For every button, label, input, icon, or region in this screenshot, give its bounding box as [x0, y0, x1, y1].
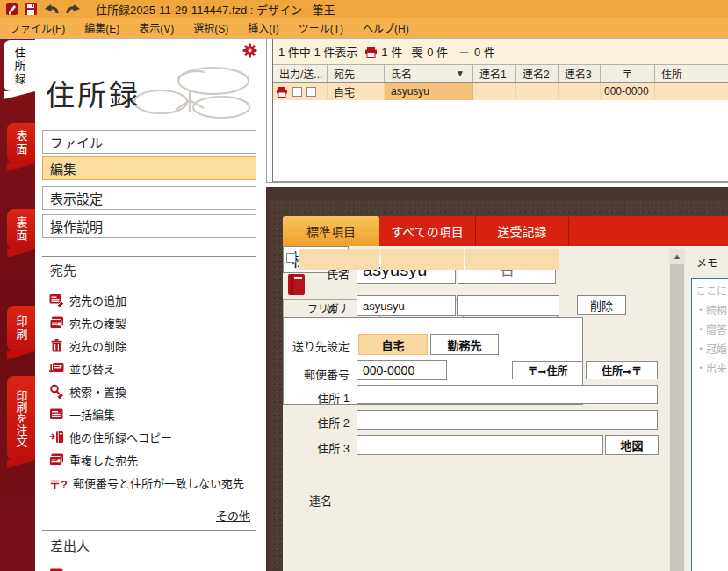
renmei-cell-mei[interactable]: [381, 249, 464, 270]
furigana-mei-input[interactable]: [457, 295, 559, 316]
address-to-postal-button[interactable]: 住所⇒〒: [586, 361, 658, 379]
row-checkbox-1[interactable]: [292, 87, 302, 97]
nav-button-edit[interactable]: 編集: [42, 156, 256, 180]
save-icon[interactable]: [24, 2, 38, 16]
row-postal: 000-0000: [601, 83, 655, 100]
row-address: [655, 83, 728, 100]
addr2-input[interactable]: [357, 410, 658, 430]
form-scrollbar[interactable]: ▲: [669, 249, 685, 571]
item-delete-contact[interactable]: 宛先の削除: [49, 336, 260, 354]
menu-file[interactable]: ファイル(F): [0, 18, 75, 38]
side-tab-order-print[interactable]: 印刷を注文: [7, 376, 35, 460]
menu-bar: ファイル(F) 編集(E) 表示(V) 選択(S) 挿入(I) ツール(T) ヘ…: [0, 18, 728, 39]
app-window: 住所録2025-11-29-114447.fzd : デザイン - 筆王 ファイ…: [0, 0, 728, 571]
furigana-sei-input[interactable]: [357, 295, 456, 316]
batch-edit-icon: [49, 407, 64, 422]
addr1-input[interactable]: [357, 385, 658, 404]
more-link[interactable]: その他: [216, 507, 250, 524]
list-status-bar: 1 件中 1 件表示 1 件 喪 0 件 － 0 件: [273, 39, 728, 64]
contact-row[interactable]: 自宅 asyusyu 000-0000: [273, 83, 728, 100]
item-label: 郵便番号と住所が一致しない宛先: [73, 474, 244, 491]
menu-help[interactable]: ヘルプ(H): [353, 18, 419, 38]
addr3-label: 住所 3: [283, 439, 350, 456]
sashidashinin-section-header: 差出人: [50, 536, 90, 554]
postal-to-address-button[interactable]: 〒⇒住所: [512, 361, 583, 379]
addr3-input[interactable]: [357, 435, 603, 455]
item-label: 重複した宛先: [69, 452, 138, 468]
side-tab-front[interactable]: 表面: [7, 123, 35, 163]
nav-button-display-settings[interactable]: 表示設定: [42, 186, 256, 210]
item-sender-partial[interactable]: [49, 565, 260, 571]
memo-textarea[interactable]: ここに ・続柄 ・贈答 ・冠婚 ・出来: [691, 278, 728, 571]
item-sort[interactable]: 並び替え: [49, 359, 260, 377]
renmei-cell-keisho[interactable]: [465, 249, 559, 270]
side-tab-address-book[interactable]: 住所録: [4, 40, 35, 91]
furigana-label: フリガナ: [283, 300, 350, 315]
item-label: 一括編集: [69, 406, 115, 423]
scrollbar-thumb[interactable]: [670, 264, 684, 571]
redo-icon[interactable]: [65, 2, 82, 16]
menu-view[interactable]: 表示(V): [129, 18, 184, 38]
menu-edit[interactable]: 編集(E): [75, 18, 129, 38]
work-toggle-button[interactable]: 勤務先: [430, 334, 499, 355]
memo-placeholder-line: ・冠婚: [696, 340, 728, 359]
map-button[interactable]: 地図: [605, 435, 659, 455]
item-batch-edit[interactable]: 一括編集: [49, 405, 260, 423]
row-atesaki: 自宅: [328, 83, 385, 100]
tab-all-fields[interactable]: すべての項目: [379, 216, 476, 246]
nav-button-instructions[interactable]: 操作説明: [42, 214, 256, 238]
column-renmei2[interactable]: 連名2: [516, 65, 559, 82]
addr1-label: 住所 1: [283, 389, 350, 406]
nav-button-file[interactable]: ファイル: [42, 130, 256, 154]
row-checkbox-2[interactable]: [306, 87, 316, 97]
item-duplicated-contacts[interactable]: 重複した宛先: [49, 451, 260, 468]
gear-icon[interactable]: [242, 43, 257, 61]
left-panel: 住所録 ファイル 編集 表示設定 操作説明 宛先 宛先の追加 宛先の複製 宛先の…: [35, 39, 267, 571]
side-tab-back[interactable]: 裏面: [7, 209, 35, 249]
tab-standard-fields[interactable]: 標準項目: [283, 216, 379, 246]
item-postal-address-mismatch[interactable]: 〒? 郵便番号と住所が一致しない宛先: [49, 473, 260, 491]
item-duplicate-contact[interactable]: 宛先の複製: [49, 314, 260, 331]
list-header-row: 出力/送... 宛先 氏名▼ 連名1 連名2 連名3 〒 住所: [273, 64, 728, 83]
status-dash-count: 0 件: [474, 43, 495, 60]
sort-icon: [49, 361, 64, 376]
renmei-label: 連名: [283, 492, 332, 509]
postal-input[interactable]: [357, 360, 447, 380]
renmei-row-checkbox[interactable]: [286, 253, 296, 263]
renmei-cell-sei[interactable]: [299, 249, 379, 270]
status-printer-count: 1 件: [381, 43, 402, 60]
contact-list-pane: 1 件中 1 件表示 1 件 喪 0 件 － 0 件 出力/送... 宛先 氏名…: [272, 39, 728, 182]
search-replace-icon: [49, 384, 64, 399]
column-output[interactable]: 出力/送...: [273, 65, 328, 82]
trash-icon: [49, 338, 64, 353]
side-tab-print[interactable]: 印刷: [7, 306, 35, 351]
scrollbar-up-icon[interactable]: ▲: [669, 249, 685, 263]
row-shimei: asyusyu: [385, 83, 473, 100]
sort-descending-icon[interactable]: ▼: [456, 69, 465, 78]
item-label: 宛先の削除: [69, 337, 126, 354]
menu-select[interactable]: 選択(S): [184, 18, 238, 38]
status-dash-label: －: [458, 43, 470, 60]
delete-button[interactable]: 削除: [577, 295, 626, 315]
column-address[interactable]: 住所: [655, 65, 728, 82]
menu-insert[interactable]: 挿入(I): [238, 18, 288, 38]
item-label: 検索・置換: [69, 383, 126, 400]
column-shimei[interactable]: 氏名▼: [385, 65, 473, 82]
item-search-replace[interactable]: 検索・置換: [49, 382, 260, 400]
tab-send-receive-log[interactable]: 送受記録: [476, 216, 569, 246]
column-atesaki[interactable]: 宛先: [328, 65, 385, 82]
window-title: 住所録2025-11-29-114447.fzd : デザイン - 筆王: [96, 1, 335, 18]
item-label: 他の住所録へコピー: [69, 429, 172, 445]
postal-mismatch-icon: 〒?: [49, 475, 68, 490]
copy-to-book-icon: [49, 430, 64, 445]
home-toggle-button[interactable]: 自宅: [358, 334, 428, 355]
status-shown-count: 1 件中 1 件表示: [278, 43, 357, 60]
item-copy-to-other-book[interactable]: 他の住所録へコピー: [49, 428, 260, 445]
column-postal[interactable]: 〒: [601, 65, 655, 82]
undo-icon[interactable]: [43, 2, 60, 16]
item-add-contact[interactable]: 宛先の追加: [49, 291, 260, 308]
column-renmei3[interactable]: 連名3: [559, 65, 601, 82]
column-renmei1[interactable]: 連名1: [473, 65, 516, 82]
menu-tools[interactable]: ツール(T): [289, 18, 353, 38]
item-label: 宛先の追加: [69, 292, 126, 308]
